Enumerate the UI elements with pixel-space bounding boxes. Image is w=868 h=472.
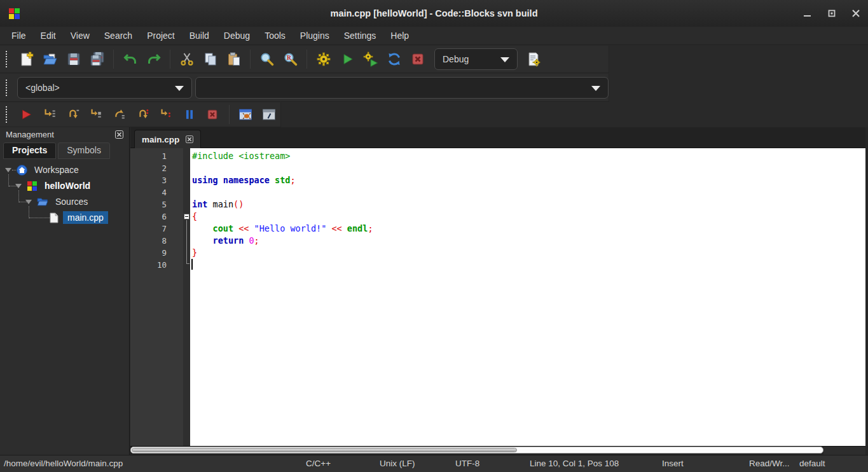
- step-into-instruction-button[interactable]: [156, 105, 176, 125]
- close-button[interactable]: [849, 6, 863, 20]
- next-line-button[interactable]: [63, 105, 83, 125]
- open-file-icon: [43, 52, 58, 67]
- window-title: main.cpp [helloWorld] - Code::Blocks svn…: [0, 0, 868, 27]
- line-number: 9: [130, 247, 183, 259]
- scope-select[interactable]: <global>: [17, 77, 192, 99]
- menu-debug[interactable]: Debug: [217, 28, 256, 43]
- editor-tab-main-cpp[interactable]: main.cpp: [134, 130, 201, 148]
- code-text-area[interactable]: #include <iostream> using namespace std;…: [190, 148, 865, 446]
- line-number-gutter: 1 2 3 4 5 6 7 8 9 10: [130, 148, 183, 446]
- menu-build[interactable]: Build: [183, 28, 216, 43]
- code-line-9: }: [190, 247, 865, 259]
- toolbar-separator: [170, 50, 170, 69]
- replace-button[interactable]: R: [280, 50, 300, 69]
- next-instruction-button[interactable]: [133, 105, 153, 125]
- symbol-select[interactable]: [195, 77, 609, 99]
- debug-continue-button[interactable]: [17, 105, 36, 125]
- management-tabs: Projects Symbols: [0, 142, 129, 159]
- debugging-windows-button[interactable]: [236, 105, 256, 125]
- horizontal-scrollbar-thumb[interactable]: [132, 448, 517, 452]
- code-editor[interactable]: 1 2 3 4 5 6 7 8 9 10 #include <iostream>…: [130, 148, 865, 447]
- paste-button[interactable]: [224, 50, 244, 69]
- abort-build-button[interactable]: [408, 50, 427, 69]
- tab-symbols[interactable]: Symbols: [58, 142, 110, 159]
- management-panel: Management Projects Symbols: [0, 127, 130, 455]
- menu-tools[interactable]: Tools: [258, 28, 292, 43]
- status-eol-mode: Unix (LF): [380, 455, 415, 472]
- stop-debugger-icon: [205, 108, 219, 121]
- build-target-select[interactable]: Debug: [434, 48, 518, 70]
- save-button[interactable]: [64, 50, 83, 69]
- menu-view[interactable]: View: [64, 28, 96, 43]
- build-button[interactable]: [313, 50, 333, 69]
- toolbar-grip[interactable]: [6, 51, 8, 67]
- next-line-icon: [66, 108, 80, 121]
- menu-project[interactable]: Project: [141, 28, 181, 43]
- tree-item-workspace[interactable]: Workspace: [5, 163, 81, 177]
- tree-item-helloworld-project[interactable]: helloWorld: [15, 179, 93, 193]
- tree-item-main-cpp[interactable]: main.cpp: [50, 211, 108, 225]
- line-number: 3: [130, 174, 183, 186]
- tab-projects[interactable]: Projects: [3, 142, 56, 159]
- expander-icon[interactable]: [5, 168, 11, 172]
- code-line-3: using namespace std;: [190, 174, 865, 186]
- editor-zone: main.cpp 1 2 3 4 5 6 7 8 9 10: [130, 127, 868, 455]
- stop-debugger-button[interactable]: [203, 105, 223, 125]
- minimize-button[interactable]: [801, 6, 815, 20]
- horizontal-scrollbar[interactable]: [130, 447, 823, 454]
- expander-icon[interactable]: [15, 184, 22, 188]
- toolbar-grip[interactable]: [6, 80, 8, 96]
- step-out-icon: [113, 108, 127, 121]
- build-target-options-button[interactable]: [523, 50, 543, 69]
- break-debugger-icon: [183, 108, 196, 121]
- management-header: Management: [0, 127, 129, 141]
- open-file-button[interactable]: [40, 50, 60, 69]
- maximize-button[interactable]: [825, 6, 839, 20]
- code-segment: ;: [290, 175, 295, 185]
- find-button[interactable]: [257, 50, 277, 69]
- tree-item-label: Workspace: [32, 164, 81, 176]
- menu-search[interactable]: Search: [98, 28, 139, 43]
- run-icon: [340, 52, 355, 67]
- menu-help[interactable]: Help: [384, 28, 415, 43]
- editor-tab-close-button[interactable]: [186, 135, 193, 143]
- break-debugger-button[interactable]: [179, 105, 199, 125]
- management-close-button[interactable]: [115, 130, 123, 139]
- editor-tab-label: main.cpp: [142, 135, 179, 144]
- cut-button[interactable]: [177, 50, 196, 69]
- code-segment: <<: [233, 223, 254, 233]
- code-segment: {: [192, 211, 197, 221]
- save-all-button[interactable]: [87, 50, 107, 69]
- step-out-button[interactable]: [110, 105, 130, 125]
- tree-item-sources-folder[interactable]: Sources: [25, 195, 90, 209]
- new-file-button[interactable]: [17, 50, 36, 69]
- line-number: 10: [130, 259, 183, 271]
- run-button[interactable]: [337, 50, 357, 69]
- redo-button[interactable]: [144, 50, 163, 69]
- menu-file[interactable]: File: [5, 28, 32, 43]
- copy-button[interactable]: [200, 50, 220, 69]
- rebuild-icon: [387, 52, 402, 67]
- expander-icon[interactable]: [25, 200, 32, 204]
- various-info-button[interactable]: [259, 105, 279, 125]
- step-into-button[interactable]: [86, 105, 106, 125]
- run-to-cursor-button[interactable]: [40, 105, 60, 125]
- rebuild-button[interactable]: [384, 50, 404, 69]
- toolbar-grip[interactable]: [6, 106, 8, 123]
- menu-settings[interactable]: Settings: [338, 28, 383, 43]
- find-icon: [259, 52, 275, 67]
- cut-icon: [179, 52, 195, 67]
- undo-button[interactable]: [120, 50, 140, 69]
- home-icon: [17, 165, 27, 176]
- status-file-path: /home/evil/helloWorld/main.cpp: [4, 455, 123, 472]
- menu-edit[interactable]: Edit: [34, 28, 62, 43]
- build-and-run-button[interactable]: [361, 50, 380, 69]
- new-file-icon: [19, 52, 34, 67]
- titlebar: main.cpp [helloWorld] - Code::Blocks svn…: [0, 0, 868, 27]
- build-target-value: Debug: [443, 54, 469, 64]
- toolbar-dock: R: [0, 46, 868, 127]
- menu-plugins[interactable]: Plugins: [294, 28, 336, 43]
- window-controls: [801, 0, 863, 27]
- fold-collapse-button[interactable]: [184, 214, 189, 219]
- code-line-7: cout << "Hello world!" << endl;: [190, 223, 865, 235]
